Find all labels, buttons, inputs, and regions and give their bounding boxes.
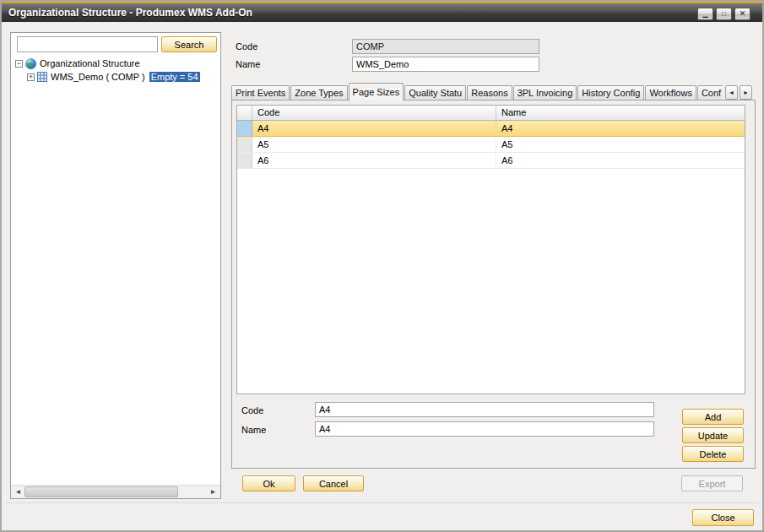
- minimize-button[interactable]: ▁: [697, 8, 713, 20]
- tab-page-sizes[interactable]: Page Sizes: [349, 83, 404, 100]
- tab-zone-types[interactable]: Zone Types: [290, 85, 347, 100]
- maximize-button[interactable]: □: [716, 8, 732, 20]
- tree-child-label[interactable]: WMS_Demo ( COMP ): [51, 72, 145, 82]
- tab-history-config[interactable]: History Config: [577, 85, 644, 100]
- maximize-icon: □: [717, 8, 731, 19]
- horizontal-scrollbar[interactable]: ◄ ►: [11, 485, 220, 498]
- ok-button[interactable]: Ok: [242, 475, 295, 491]
- scroll-right-icon[interactable]: ►: [207, 486, 219, 498]
- name-label: Name: [236, 59, 260, 69]
- minimize-icon: ▁: [698, 8, 713, 19]
- org-tree: − Organizational Structure + WMS_Demo ( …: [15, 57, 218, 84]
- tree-root-label[interactable]: Organizational Structure: [40, 58, 140, 68]
- tab-scroll-right-button[interactable]: ►: [740, 85, 752, 100]
- tab-print-events[interactable]: Print Events: [231, 85, 290, 100]
- tab-conf[interactable]: Conf: [697, 85, 723, 100]
- close-window-button[interactable]: ✕: [734, 8, 750, 20]
- table-header: Code Name: [237, 106, 745, 121]
- export-button: Export: [681, 475, 743, 491]
- app-window: Organizational Structure - Produmex WMS …: [0, 0, 764, 532]
- selection-highlight-text: Empty = 54: [149, 72, 200, 82]
- window-title: Organizational Structure - Produmex WMS …: [8, 7, 252, 19]
- collapse-toggle-icon[interactable]: −: [15, 60, 23, 68]
- company-grid-icon: [37, 72, 47, 82]
- search-button[interactable]: Search: [161, 36, 217, 52]
- add-button[interactable]: Add: [682, 409, 744, 425]
- code-field: [352, 39, 539, 54]
- tab-workflows[interactable]: Workflows: [645, 85, 696, 100]
- name-field[interactable]: [352, 57, 539, 72]
- cell-code: A4: [252, 121, 496, 136]
- page-sizes-tab-panel: Code Name A4A4A5A5A6A6 Code Name Add Upd…: [231, 100, 756, 469]
- tree-item-organizational-structure[interactable]: − Organizational Structure: [15, 57, 218, 70]
- expand-toggle-icon[interactable]: +: [27, 73, 35, 81]
- page-sizes-table: Code Name A4A4A5A5A6A6: [236, 105, 745, 394]
- row-selector-cell[interactable]: [237, 121, 252, 136]
- row-selector-cell[interactable]: [237, 137, 252, 152]
- tab-3pl-invoicing[interactable]: 3PL Invoicing: [513, 85, 577, 100]
- window-controls: ▁ □ ✕: [697, 8, 750, 20]
- delete-button[interactable]: Delete: [682, 446, 744, 462]
- tree-item-wms-demo[interactable]: + WMS_Demo ( COMP ) Empty = 54: [27, 70, 218, 84]
- search-input[interactable]: [17, 36, 158, 52]
- cell-name: A4: [496, 121, 745, 136]
- editor-name-field[interactable]: [315, 421, 654, 437]
- tab-strip: Print EventsZone TypesPage SizesQuality …: [231, 83, 723, 100]
- bottom-divider: [5, 502, 759, 503]
- column-header-name[interactable]: Name: [496, 106, 745, 120]
- cell-name: A5: [496, 137, 745, 152]
- column-header-code[interactable]: Code: [252, 106, 496, 120]
- org-tree-panel: Search − Organizational Structure + WMS_…: [10, 32, 221, 499]
- cell-name: A6: [496, 153, 745, 168]
- cell-code: A6: [252, 153, 496, 168]
- editor-code-field[interactable]: [315, 402, 654, 417]
- cell-code: A5: [252, 137, 496, 152]
- tab-reasons[interactable]: Reasons: [467, 85, 512, 100]
- editor-name-label: Name: [241, 425, 266, 435]
- title-bar: Organizational Structure - Produmex WMS …: [2, 2, 762, 22]
- editor-code-label: Code: [241, 405, 263, 415]
- close-button[interactable]: Close: [692, 509, 754, 526]
- globe-icon: [25, 58, 36, 69]
- scroll-left-icon[interactable]: ◄: [12, 486, 24, 498]
- cancel-button[interactable]: Cancel: [303, 475, 364, 491]
- table-row[interactable]: A6A6: [237, 153, 745, 169]
- scrollbar-thumb[interactable]: [24, 486, 178, 497]
- table-row[interactable]: A4A4: [237, 121, 745, 137]
- row-selector-cell[interactable]: [237, 153, 252, 168]
- close-icon: ✕: [735, 8, 750, 19]
- header-selector-cell: [237, 106, 252, 120]
- table-body: A4A4A5A5A6A6: [237, 121, 745, 169]
- tab-quality-statu[interactable]: Quality Statu: [404, 85, 466, 100]
- code-label: Code: [236, 41, 257, 52]
- table-row[interactable]: A5A5: [237, 137, 745, 153]
- update-button[interactable]: Update: [682, 427, 744, 443]
- tab-scroll-left-button[interactable]: ◄: [725, 85, 738, 100]
